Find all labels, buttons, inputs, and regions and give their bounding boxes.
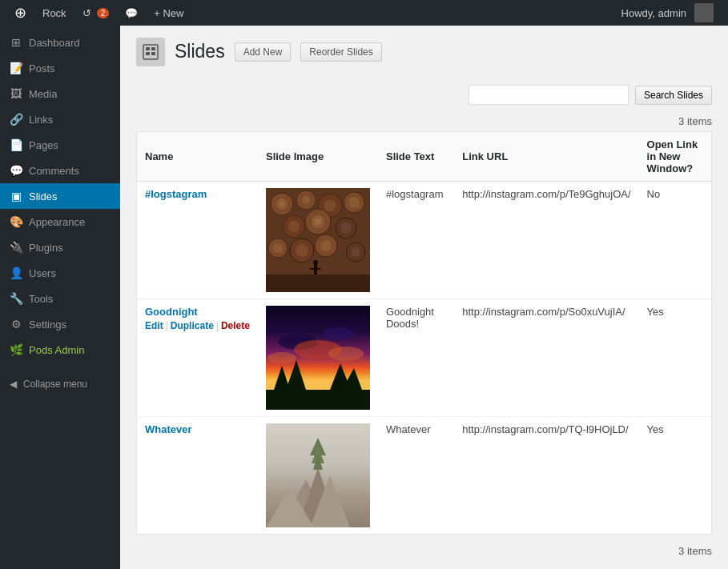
media-icon: 🖼 — [10, 87, 22, 100]
main-content: Slides Add New Reorder Slides Search Sli… — [120, 26, 728, 569]
users-icon: 👤 — [10, 266, 22, 279]
updates-count: 2 — [97, 8, 110, 18]
svg-point-16 — [288, 221, 300, 232]
sidebar-item-plugins[interactable]: 🔌 Plugins — [0, 234, 120, 260]
svg-rect-32 — [310, 268, 321, 270]
svg-rect-1 — [146, 47, 150, 50]
search-button[interactable]: Search Slides — [635, 86, 712, 105]
avatar — [694, 3, 714, 22]
row-actions-goodnight: Edit|Duplicate|Delete — [145, 320, 250, 331]
updates[interactable]: ↺ 2 — [74, 0, 118, 26]
slide-image-placeholder-whatever — [266, 423, 370, 527]
sidebar-item-comments[interactable]: 💬 Comments — [0, 158, 120, 183]
appearance-icon: 🎨 — [10, 215, 22, 228]
svg-point-25 — [296, 244, 308, 257]
open-link-goodnight: Yes — [639, 299, 712, 417]
svg-point-29 — [351, 247, 360, 257]
link-url-logstagram: http://instagram.com/p/Te9GghujOA/ — [454, 182, 638, 299]
table-row: #logstagram — [137, 182, 712, 299]
delete-link-goodnight[interactable]: Delete — [221, 320, 250, 331]
sidebar-item-users[interactable]: 👤 Users — [0, 260, 120, 286]
duplicate-link-goodnight[interactable]: Duplicate — [171, 320, 214, 331]
new-item[interactable]: + New — [146, 0, 191, 26]
tablenav-top: Search Slides — [136, 78, 712, 111]
open-link-logstagram: No — [639, 182, 712, 299]
open-link-whatever: Yes — [639, 417, 712, 535]
slide-text-goodnight: Goodnight Doods! — [378, 299, 454, 417]
sidebar-item-settings[interactable]: ⚙ Settings — [0, 311, 120, 337]
slide-name-link-logstagram[interactable]: #logstagram — [145, 188, 207, 200]
svg-point-19 — [315, 218, 321, 225]
slide-text-logstagram: #logstagram — [378, 182, 454, 299]
col-slide-image: Slide Image — [258, 132, 378, 182]
col-link-url: Link URL — [454, 132, 638, 182]
slide-name-goodnight: Goodnight Edit|Duplicate|Delete — [137, 299, 258, 417]
wp-logo[interactable]: ⊕ — [6, 0, 34, 26]
sidebar-item-posts[interactable]: 📝 Posts — [0, 55, 120, 81]
updates-icon: ↺ — [82, 7, 91, 19]
sidebar-item-links[interactable]: 🔗 Links — [0, 106, 120, 132]
add-new-button[interactable]: Add New — [235, 42, 292, 62]
sidebar-item-pods[interactable]: 🌿 Pods Admin — [0, 337, 120, 363]
svg-rect-0 — [143, 45, 158, 59]
howdy-text: Howdy, admin — [621, 7, 686, 19]
sidebar-item-tools[interactable]: 🔧 Tools — [0, 286, 120, 311]
items-count-bottom: 3 items — [136, 539, 712, 563]
slide-image-logstagram — [258, 182, 378, 299]
svg-rect-33 — [266, 274, 370, 292]
svg-point-38 — [267, 352, 296, 363]
plugins-icon: 🔌 — [10, 241, 22, 254]
svg-point-27 — [320, 240, 332, 251]
sidebar-item-appearance[interactable]: 🎨 Appearance — [0, 209, 120, 234]
comments-icon: 💬 — [125, 7, 138, 19]
svg-point-23 — [273, 243, 283, 253]
svg-point-8 — [280, 202, 284, 206]
collapse-icon: ◀ — [10, 379, 17, 390]
col-name: Name — [137, 132, 258, 182]
slide-image-placeholder — [266, 188, 370, 292]
slides-table: Name Slide Image Slide Text Link URL Ope — [136, 131, 712, 535]
wrap: Slides Add New Reorder Slides Search Sli… — [136, 38, 712, 563]
admin-bar: ⊕ Rock ↺ 2 💬 + New Howdy, admin — [0, 0, 728, 26]
comments-nav-icon: 💬 — [10, 164, 22, 177]
posts-icon: 📝 — [10, 62, 22, 74]
howdy-menu[interactable]: Howdy, admin — [613, 0, 722, 26]
comments-bar[interactable]: 💬 — [117, 0, 146, 26]
pages-icon: 📄 — [10, 138, 22, 151]
slide-name-link-whatever[interactable]: Whatever — [145, 423, 192, 435]
sidebar-item-dashboard[interactable]: ⊞ Dashboard — [0, 30, 120, 55]
slide-name-link-goodnight[interactable]: Goodnight — [145, 306, 198, 318]
sidebar: ⊞ Dashboard 📝 Posts 🖼 Media 🔗 Links 📄 Pa… — [0, 26, 120, 569]
collapse-menu[interactable]: ◀ Collapse menu — [0, 371, 120, 398]
edit-link-goodnight[interactable]: Edit — [145, 320, 163, 331]
settings-icon: ⚙ — [10, 318, 22, 331]
svg-rect-55 — [266, 423, 370, 527]
slide-image-placeholder-goodnight — [266, 306, 370, 410]
slide-name-whatever: Whatever — [137, 417, 258, 535]
reorder-slides-button[interactable]: Reorder Slides — [300, 42, 381, 62]
wp-icon: ⊕ — [14, 4, 26, 22]
svg-point-21 — [340, 222, 352, 234]
sidebar-item-slides[interactable]: ▣ Slides — [0, 183, 120, 209]
links-icon: 🔗 — [10, 113, 22, 126]
svg-point-12 — [324, 199, 336, 212]
col-open-link: Open Link in New Window? — [639, 132, 712, 182]
page-icon — [136, 38, 165, 66]
slide-image-goodnight — [258, 299, 378, 417]
link-url-goodnight: http://instagram.com/p/So0xuVujIA/ — [454, 299, 638, 417]
svg-point-10 — [301, 195, 311, 205]
items-count-top: 3 items — [136, 115, 712, 127]
link-url-whatever: http://instagram.com/p/TQ-l9HOjLD/ — [454, 417, 638, 535]
dashboard-icon: ⊞ — [10, 36, 22, 49]
sidebar-item-media[interactable]: 🖼 Media — [0, 81, 120, 106]
svg-point-39 — [328, 347, 364, 361]
page-title: Slides — [175, 40, 225, 64]
slide-image-whatever — [258, 417, 378, 535]
col-slide-text: Slide Text — [378, 132, 454, 182]
slide-text-whatever: Whatever — [378, 417, 454, 535]
svg-rect-45 — [266, 392, 370, 410]
sidebar-item-pages[interactable]: 📄 Pages — [0, 132, 120, 158]
search-input[interactable] — [469, 85, 629, 105]
table-row: Whatever — [137, 417, 712, 535]
site-name[interactable]: Rock — [34, 0, 74, 26]
